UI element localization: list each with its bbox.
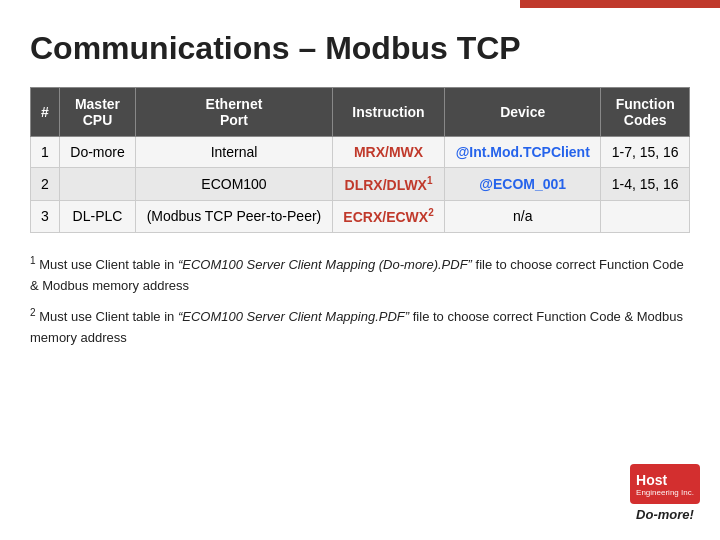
footnote-2: 2 Must use Client table in “ECOM100 Serv… xyxy=(30,305,690,349)
footnote-1-before: Must use Client table in xyxy=(39,258,178,273)
instruction-link: DLRX/DLWX1 xyxy=(345,177,433,193)
host-label: Host xyxy=(636,472,694,488)
table-row: 3 DL-PLC (Modbus TCP Peer-to-Peer) ECRX/… xyxy=(31,200,690,233)
footnote-1: 1 Must use Client table in “ECOM100 Serv… xyxy=(30,253,690,297)
communications-table: # MasterCPU EthernetPort Instruction Dev… xyxy=(30,87,690,233)
table-row: 1 Do-more Internal MRX/MWX @Int.Mod.TCPC… xyxy=(31,137,690,168)
col-header-device: Device xyxy=(445,88,601,137)
cell-instruction: DLRX/DLWX1 xyxy=(332,168,444,201)
cell-ethernet-port: Internal xyxy=(136,137,333,168)
engineering-label: Engineering Inc. xyxy=(636,488,694,497)
cell-num: 2 xyxy=(31,168,60,201)
logo-text: Host Engineering Inc. xyxy=(636,472,694,497)
footnote-2-italic: “ECOM100 Server Client Mapping.PDF” xyxy=(178,310,409,325)
cell-ethernet-port: ECOM100 xyxy=(136,168,333,201)
cell-num: 3 xyxy=(31,200,60,233)
domore-logo: Do-more! xyxy=(636,507,694,522)
cell-function-codes: 1-4, 15, 16 xyxy=(601,168,690,201)
cell-instruction: MRX/MWX xyxy=(332,137,444,168)
cell-ethernet-port: (Modbus TCP Peer-to-Peer) xyxy=(136,200,333,233)
instruction-link: ECRX/ECWX2 xyxy=(343,209,433,225)
footnote-num-2: 2 xyxy=(30,307,36,318)
top-accent-bar xyxy=(520,0,720,8)
cell-instruction: ECRX/ECWX2 xyxy=(332,200,444,233)
logo-area: Host Engineering Inc. Do-more! xyxy=(630,464,700,522)
cell-master-cpu xyxy=(60,168,136,201)
footnote-2-before: Must use Client table in xyxy=(39,310,178,325)
col-header-master-cpu: MasterCPU xyxy=(60,88,136,137)
instruction-link: MRX/MWX xyxy=(354,144,423,160)
domore-label: Do-more! xyxy=(636,507,694,522)
device-link: @Int.Mod.TCPClient xyxy=(456,144,590,160)
page: Communications – Modbus TCP # MasterCPU … xyxy=(0,0,720,540)
page-title: Communications – Modbus TCP xyxy=(30,30,690,67)
footnotes-section: 1 Must use Client table in “ECOM100 Serv… xyxy=(30,253,690,349)
cell-device: n/a xyxy=(445,200,601,233)
sup-1: 1 xyxy=(427,175,433,186)
cell-device: @Int.Mod.TCPClient xyxy=(445,137,601,168)
cell-device: @ECOM_001 xyxy=(445,168,601,201)
cell-master-cpu: DL-PLC xyxy=(60,200,136,233)
sup-2: 2 xyxy=(428,208,434,219)
table-header-row: # MasterCPU EthernetPort Instruction Dev… xyxy=(31,88,690,137)
device-link: @ECOM_001 xyxy=(479,176,566,192)
cell-function-codes xyxy=(601,200,690,233)
host-logo: Host Engineering Inc. xyxy=(630,464,700,504)
col-header-function-codes: FunctionCodes xyxy=(601,88,690,137)
col-header-num: # xyxy=(31,88,60,137)
table-row: 2 ECOM100 DLRX/DLWX1 @ECOM_001 1-4, 15, … xyxy=(31,168,690,201)
footnote-num-1: 1 xyxy=(30,255,36,266)
cell-function-codes: 1-7, 15, 16 xyxy=(601,137,690,168)
cell-num: 1 xyxy=(31,137,60,168)
col-header-instruction: Instruction xyxy=(332,88,444,137)
footnote-1-italic: “ECOM100 Server Client Mapping (Do-more)… xyxy=(178,258,472,273)
cell-master-cpu: Do-more xyxy=(60,137,136,168)
col-header-ethernet-port: EthernetPort xyxy=(136,88,333,137)
